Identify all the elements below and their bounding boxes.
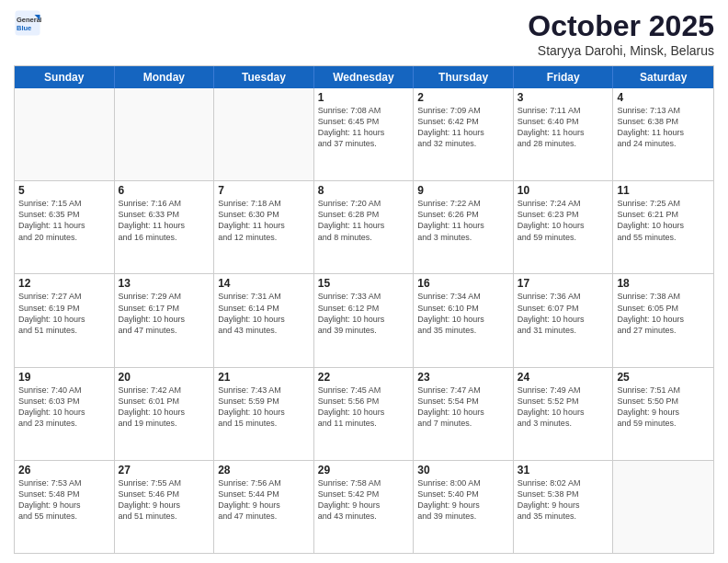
day-number: 23 — [417, 371, 509, 384]
weekday-header: Wednesday — [314, 66, 415, 88]
day-cell: 12Sunrise: 7:27 AM Sunset: 6:19 PM Dayli… — [15, 274, 115, 366]
day-info: Sunrise: 8:02 AM Sunset: 5:38 PM Dayligh… — [518, 477, 609, 523]
day-cell: 15Sunrise: 7:33 AM Sunset: 6:12 PM Dayli… — [314, 274, 415, 366]
day-number: 31 — [518, 464, 609, 477]
day-cell: 31Sunrise: 8:02 AM Sunset: 5:38 PM Dayli… — [514, 461, 614, 553]
day-cell: 10Sunrise: 7:24 AM Sunset: 6:23 PM Dayli… — [514, 181, 614, 273]
day-cell: 18Sunrise: 7:38 AM Sunset: 6:05 PM Dayli… — [613, 274, 713, 366]
day-info: Sunrise: 7:36 AM Sunset: 6:07 PM Dayligh… — [518, 291, 609, 336]
day-info: Sunrise: 7:42 AM Sunset: 6:01 PM Dayligh… — [119, 385, 210, 430]
day-info: Sunrise: 7:43 AM Sunset: 5:59 PM Dayligh… — [218, 385, 310, 430]
title-block: October 2025 Staryya Darohi, Minsk, Bela… — [528, 9, 714, 58]
day-number: 12 — [18, 277, 110, 290]
day-number: 1 — [318, 91, 410, 104]
day-cell: 1Sunrise: 7:08 AM Sunset: 6:45 PM Daylig… — [314, 88, 415, 180]
weekday-header: Friday — [514, 66, 614, 88]
day-cell: 4Sunrise: 7:13 AM Sunset: 6:38 PM Daylig… — [613, 88, 713, 180]
weekday-header: Thursday — [414, 66, 514, 88]
logo-icon: General Blue — [14, 9, 41, 37]
page: General Blue October 2025 Staryya Darohi… — [0, 0, 728, 563]
day-info: Sunrise: 7:56 AM Sunset: 5:44 PM Dayligh… — [218, 477, 310, 523]
day-cell: 5Sunrise: 7:15 AM Sunset: 6:35 PM Daylig… — [15, 181, 115, 273]
day-cell: 21Sunrise: 7:43 AM Sunset: 5:59 PM Dayli… — [214, 368, 314, 460]
month-title: October 2025 — [528, 9, 714, 43]
day-cell: 26Sunrise: 7:53 AM Sunset: 5:48 PM Dayli… — [15, 461, 115, 553]
day-info: Sunrise: 7:13 AM Sunset: 6:38 PM Dayligh… — [617, 105, 710, 150]
day-cell: 20Sunrise: 7:42 AM Sunset: 6:01 PM Dayli… — [115, 368, 215, 460]
day-cell: 27Sunrise: 7:55 AM Sunset: 5:46 PM Dayli… — [115, 461, 215, 553]
day-number: 14 — [218, 277, 310, 290]
day-number: 15 — [318, 277, 410, 290]
empty-cell — [115, 88, 215, 180]
day-info: Sunrise: 7:22 AM Sunset: 6:26 PM Dayligh… — [417, 198, 509, 243]
day-cell: 30Sunrise: 8:00 AM Sunset: 5:40 PM Dayli… — [414, 461, 514, 553]
day-info: Sunrise: 7:40 AM Sunset: 6:03 PM Dayligh… — [18, 385, 110, 430]
day-info: Sunrise: 7:45 AM Sunset: 5:56 PM Dayligh… — [318, 385, 410, 430]
day-cell: 9Sunrise: 7:22 AM Sunset: 6:26 PM Daylig… — [414, 181, 514, 273]
day-number: 26 — [18, 464, 110, 477]
day-info: Sunrise: 7:55 AM Sunset: 5:46 PM Dayligh… — [119, 477, 210, 523]
day-number: 24 — [518, 371, 609, 384]
day-info: Sunrise: 7:31 AM Sunset: 6:14 PM Dayligh… — [218, 291, 310, 336]
calendar-row: 26Sunrise: 7:53 AM Sunset: 5:48 PM Dayli… — [15, 460, 713, 553]
day-number: 18 — [617, 277, 710, 290]
day-number: 29 — [318, 464, 410, 477]
weekday-header: Sunday — [15, 66, 115, 88]
day-cell: 24Sunrise: 7:49 AM Sunset: 5:52 PM Dayli… — [514, 368, 614, 460]
day-info: Sunrise: 7:34 AM Sunset: 6:10 PM Dayligh… — [417, 291, 509, 336]
empty-cell — [613, 461, 713, 553]
day-cell: 29Sunrise: 7:58 AM Sunset: 5:42 PM Dayli… — [314, 461, 415, 553]
day-cell: 8Sunrise: 7:20 AM Sunset: 6:28 PM Daylig… — [314, 181, 415, 273]
day-info: Sunrise: 7:27 AM Sunset: 6:19 PM Dayligh… — [18, 291, 110, 336]
calendar-body: 1Sunrise: 7:08 AM Sunset: 6:45 PM Daylig… — [15, 88, 713, 553]
day-cell: 3Sunrise: 7:11 AM Sunset: 6:40 PM Daylig… — [514, 88, 614, 180]
day-number: 22 — [318, 371, 410, 384]
day-number: 30 — [417, 464, 509, 477]
day-cell: 14Sunrise: 7:31 AM Sunset: 6:14 PM Dayli… — [214, 274, 314, 366]
day-number: 19 — [18, 371, 110, 384]
day-info: Sunrise: 7:15 AM Sunset: 6:35 PM Dayligh… — [18, 198, 110, 243]
day-info: Sunrise: 7:18 AM Sunset: 6:30 PM Dayligh… — [218, 198, 310, 243]
day-number: 10 — [518, 184, 609, 197]
day-info: Sunrise: 7:25 AM Sunset: 6:21 PM Dayligh… — [617, 198, 710, 243]
day-info: Sunrise: 8:00 AM Sunset: 5:40 PM Dayligh… — [417, 477, 509, 523]
location-subtitle: Staryya Darohi, Minsk, Belarus — [528, 43, 714, 58]
day-number: 5 — [18, 184, 110, 197]
day-number: 27 — [119, 464, 210, 477]
day-number: 25 — [617, 371, 710, 384]
day-info: Sunrise: 7:24 AM Sunset: 6:23 PM Dayligh… — [518, 198, 609, 243]
day-number: 9 — [417, 184, 509, 197]
day-number: 6 — [119, 184, 210, 197]
empty-cell — [214, 88, 314, 180]
day-cell: 25Sunrise: 7:51 AM Sunset: 5:50 PM Dayli… — [613, 368, 713, 460]
svg-text:Blue: Blue — [17, 24, 31, 32]
weekday-header: Monday — [115, 66, 215, 88]
day-number: 8 — [318, 184, 410, 197]
weekday-header: Saturday — [613, 66, 713, 88]
day-number: 11 — [617, 184, 710, 197]
day-number: 4 — [617, 91, 710, 104]
calendar-header: SundayMondayTuesdayWednesdayThursdayFrid… — [15, 66, 713, 88]
day-number: 7 — [218, 184, 310, 197]
day-cell: 2Sunrise: 7:09 AM Sunset: 6:42 PM Daylig… — [414, 88, 514, 180]
day-cell: 7Sunrise: 7:18 AM Sunset: 6:30 PM Daylig… — [214, 181, 314, 273]
day-cell: 23Sunrise: 7:47 AM Sunset: 5:54 PM Dayli… — [414, 368, 514, 460]
calendar: SundayMondayTuesdayWednesdayThursdayFrid… — [14, 65, 714, 554]
day-cell: 13Sunrise: 7:29 AM Sunset: 6:17 PM Dayli… — [115, 274, 215, 366]
day-info: Sunrise: 7:16 AM Sunset: 6:33 PM Dayligh… — [119, 198, 210, 243]
day-cell: 6Sunrise: 7:16 AM Sunset: 6:33 PM Daylig… — [115, 181, 215, 273]
day-info: Sunrise: 7:51 AM Sunset: 5:50 PM Dayligh… — [617, 385, 710, 430]
calendar-row: 12Sunrise: 7:27 AM Sunset: 6:19 PM Dayli… — [15, 273, 713, 366]
day-cell: 28Sunrise: 7:56 AM Sunset: 5:44 PM Dayli… — [214, 461, 314, 553]
header: General Blue October 2025 Staryya Darohi… — [14, 9, 714, 58]
day-info: Sunrise: 7:47 AM Sunset: 5:54 PM Dayligh… — [417, 385, 509, 430]
empty-cell — [15, 88, 115, 180]
calendar-row: 1Sunrise: 7:08 AM Sunset: 6:45 PM Daylig… — [15, 88, 713, 180]
weekday-header: Tuesday — [214, 66, 314, 88]
day-info: Sunrise: 7:38 AM Sunset: 6:05 PM Dayligh… — [617, 291, 710, 336]
calendar-row: 5Sunrise: 7:15 AM Sunset: 6:35 PM Daylig… — [15, 180, 713, 273]
day-info: Sunrise: 7:33 AM Sunset: 6:12 PM Dayligh… — [318, 291, 410, 336]
day-cell: 22Sunrise: 7:45 AM Sunset: 5:56 PM Dayli… — [314, 368, 415, 460]
day-cell: 16Sunrise: 7:34 AM Sunset: 6:10 PM Dayli… — [414, 274, 514, 366]
day-number: 2 — [417, 91, 509, 104]
